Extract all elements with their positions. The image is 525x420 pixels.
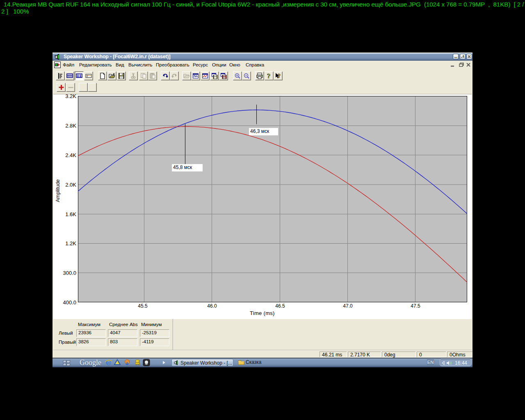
svg-text:?: ? [278,73,281,79]
svg-text:?: ? [267,73,271,79]
